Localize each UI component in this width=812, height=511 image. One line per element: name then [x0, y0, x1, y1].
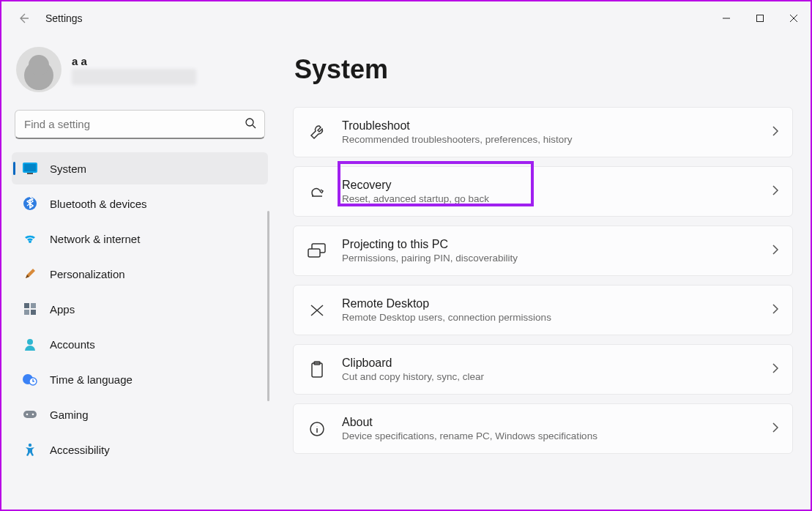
chevron-right-icon	[772, 184, 779, 199]
card-subtitle: Cut and copy history, sync, clear	[342, 371, 757, 382]
card-title: Clipboard	[342, 357, 757, 370]
sidebar-item-label: Accounts	[50, 338, 95, 351]
sidebar-item-label: Personalization	[50, 268, 125, 280]
svg-point-4	[246, 119, 253, 126]
card-projecting[interactable]: Projecting to this PC Permissions, pairi…	[293, 225, 793, 276]
sidebar-item-accessibility[interactable]: Accessibility	[12, 433, 268, 466]
arrow-left-icon	[18, 12, 29, 24]
paintbrush-icon	[22, 266, 38, 282]
sidebar-item-label: Gaming	[50, 409, 89, 421]
maximize-icon	[756, 14, 764, 23]
info-icon	[307, 419, 327, 439]
card-subtitle: Device specifications, rename PC, Window…	[342, 430, 757, 441]
sidebar-item-accounts[interactable]: Accounts	[12, 328, 268, 360]
card-title: Troubleshoot	[342, 119, 757, 133]
system-icon	[22, 160, 38, 176]
card-remote-desktop[interactable]: Remote Desktop Remote Desktop users, con…	[293, 285, 793, 335]
chevron-right-icon	[772, 362, 779, 377]
svg-point-20	[29, 444, 31, 447]
sidebar-item-personalization[interactable]: Personalization	[12, 258, 268, 290]
card-subtitle: Reset, advanced startup, go back	[342, 193, 757, 204]
sidebar-item-bluetooth[interactable]: Bluetooth & devices	[12, 187, 268, 220]
sidebar-item-gaming[interactable]: Gaming	[12, 398, 268, 430]
titlebar: Settings	[1, 1, 811, 35]
chevron-right-icon	[772, 422, 779, 436]
clock-globe-icon	[22, 371, 38, 387]
svg-rect-17	[23, 411, 37, 418]
svg-rect-10	[24, 303, 29, 308]
card-title: Recovery	[342, 179, 757, 192]
apps-icon	[22, 301, 38, 317]
minimize-icon	[722, 14, 731, 23]
clipboard-icon	[307, 359, 327, 380]
chevron-right-icon	[772, 303, 779, 318]
svg-point-18	[26, 414, 29, 416]
sidebar-item-label: Time & language	[50, 373, 133, 386]
accessibility-icon	[22, 441, 38, 458]
user-display-name: a a	[72, 55, 196, 67]
sidebar-item-time-language[interactable]: Time & language	[12, 363, 268, 395]
close-button[interactable]	[777, 7, 811, 30]
back-button[interactable]	[15, 10, 32, 27]
svg-rect-13	[31, 310, 36, 315]
search-input[interactable]	[15, 110, 265, 139]
svg-rect-7	[24, 164, 36, 171]
card-title: Projecting to this PC	[342, 238, 757, 251]
card-title: About	[342, 416, 757, 429]
card-about[interactable]: About Device specifications, rename PC, …	[293, 403, 793, 454]
close-icon	[789, 14, 798, 23]
gamepad-icon	[22, 406, 38, 422]
bluetooth-icon	[22, 195, 38, 212]
chevron-right-icon	[772, 125, 779, 140]
sidebar-item-apps[interactable]: Apps	[12, 293, 268, 325]
page-title: System	[294, 54, 793, 85]
user-account-row[interactable]: a a	[12, 41, 268, 100]
card-troubleshoot[interactable]: Troubleshoot Recommended troubleshooters…	[293, 107, 793, 157]
maximize-button[interactable]	[743, 7, 777, 30]
wrench-icon	[307, 122, 327, 143]
search-icon	[245, 117, 256, 132]
nav-list: System Bluetooth & devices Network & int…	[12, 152, 268, 466]
window-title: Settings	[45, 12, 83, 24]
svg-rect-22	[308, 249, 320, 257]
chevron-right-icon	[772, 244, 779, 258]
card-subtitle: Remote Desktop users, connection permiss…	[342, 312, 757, 323]
sidebar-item-label: Network & internet	[50, 233, 140, 245]
card-subtitle: Permissions, pairing PIN, discoverabilit…	[342, 253, 757, 264]
avatar	[16, 47, 62, 92]
svg-rect-11	[31, 303, 36, 308]
remote-desktop-icon	[307, 300, 327, 321]
card-title: Remote Desktop	[342, 297, 757, 310]
card-recovery[interactable]: Recovery Reset, advanced startup, go bac…	[293, 166, 793, 217]
accounts-icon	[22, 336, 38, 352]
svg-rect-1	[757, 15, 764, 22]
sidebar-item-label: Bluetooth & devices	[50, 198, 147, 210]
sidebar-item-label: Accessibility	[50, 444, 110, 456]
svg-point-19	[32, 414, 34, 416]
card-subtitle: Recommended troubleshooters, preferences…	[342, 134, 757, 145]
svg-rect-12	[24, 310, 29, 315]
wifi-icon	[22, 231, 38, 247]
minimize-button[interactable]	[709, 7, 743, 30]
sidebar-item-system[interactable]: System	[12, 152, 268, 184]
svg-rect-23	[312, 363, 322, 377]
main-content: System Troubleshoot Recommended troubles…	[278, 35, 811, 510]
user-email-blurred	[72, 69, 196, 85]
sidebar-item-network[interactable]: Network & internet	[12, 223, 268, 255]
svg-point-14	[27, 339, 33, 345]
svg-rect-8	[27, 173, 33, 174]
sidebar: a a System Bluetooth & devices	[1, 35, 278, 510]
card-clipboard[interactable]: Clipboard Cut and copy history, sync, cl…	[293, 344, 793, 395]
sidebar-scrollbar[interactable]	[267, 211, 269, 401]
sidebar-item-label: System	[50, 163, 86, 175]
sidebar-item-label: Apps	[50, 303, 75, 316]
svg-line-5	[253, 125, 256, 128]
recovery-icon	[307, 182, 327, 202]
projecting-icon	[307, 241, 327, 261]
